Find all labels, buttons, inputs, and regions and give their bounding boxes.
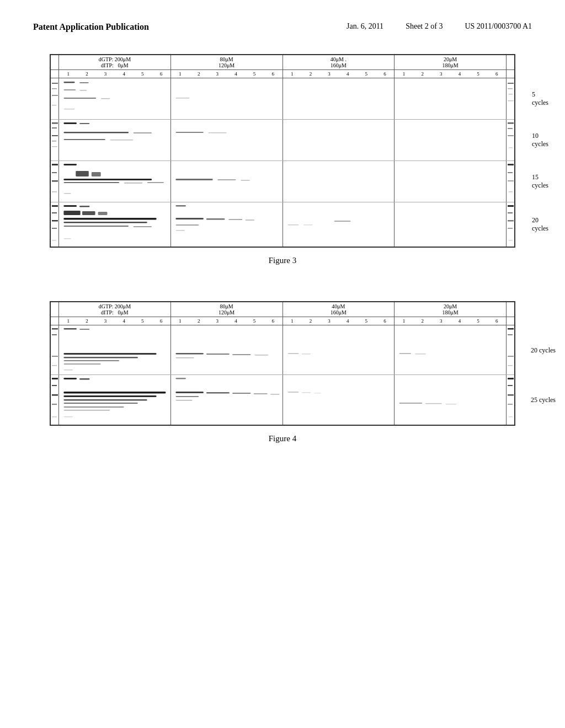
svg-rect-46 [217, 179, 236, 180]
fig3-r1-s3-bands [283, 78, 395, 119]
svg-rect-132 [425, 403, 442, 404]
svg-rect-137 [508, 404, 513, 405]
fig3-r3-right-markers [507, 161, 515, 202]
svg-rect-118 [63, 410, 110, 411]
fig4-lanes-s2: 123456 [171, 317, 283, 325]
svg-rect-131 [399, 403, 423, 404]
svg-rect-55 [52, 228, 57, 229]
svg-rect-51 [509, 191, 513, 192]
svg-rect-29 [508, 122, 514, 124]
svg-rect-138 [509, 416, 513, 417]
fig4-s3-ditp: 160μM [284, 309, 393, 315]
svg-rect-59 [63, 211, 80, 215]
svg-rect-98 [287, 353, 299, 354]
fig3-s2-dgtp: 80μM [172, 56, 281, 62]
svg-rect-83 [52, 334, 57, 335]
fig3-r4-s2-bands [171, 202, 282, 247]
fig4-r1-s4-bands [395, 325, 506, 374]
svg-rect-30 [508, 128, 513, 129]
svg-rect-49 [508, 172, 513, 173]
fig4-r1-left-markers [51, 325, 59, 375]
fig4-r1-right-markers [507, 325, 515, 375]
svg-rect-38 [76, 171, 89, 176]
svg-rect-81 [509, 240, 513, 241]
svg-rect-43 [147, 182, 164, 183]
fig3-lanes-s3: 123456 [283, 70, 395, 78]
svg-rect-61 [98, 212, 108, 215]
svg-rect-133 [446, 404, 457, 405]
fig3-r4-right-markers [507, 202, 515, 247]
svg-rect-36 [52, 191, 57, 192]
svg-rect-44 [63, 193, 71, 194]
svg-rect-67 [175, 205, 185, 207]
svg-rect-96 [254, 355, 268, 356]
svg-rect-108 [52, 394, 58, 396]
page-header: Patent Application Publication Jan. 6, 2… [33, 22, 532, 32]
fig3-r3-s3-bands [283, 161, 395, 202]
svg-rect-71 [245, 220, 254, 221]
svg-rect-117 [63, 406, 124, 408]
fig3-r2-s1-bands [59, 120, 170, 160]
svg-rect-86 [63, 328, 77, 330]
svg-rect-32 [509, 147, 513, 148]
svg-rect-112 [79, 378, 89, 380]
svg-rect-31 [508, 135, 514, 136]
svg-rect-45 [175, 179, 212, 180]
svg-rect-110 [52, 416, 57, 417]
fig3-r2-cycle-label: 10cycles [532, 132, 548, 148]
svg-rect-14 [509, 94, 513, 95]
fig3-r3-s2-bands [171, 161, 282, 202]
fig4-s4-dgtp: 20μM [396, 303, 505, 309]
svg-rect-72 [175, 224, 199, 226]
svg-rect-47 [241, 180, 250, 181]
svg-rect-100 [399, 353, 412, 354]
svg-rect-52 [52, 205, 58, 207]
fig3-s1-ditp: dITP: 0μM [60, 62, 169, 68]
svg-rect-106 [52, 378, 58, 379]
svg-rect-27 [175, 132, 203, 133]
svg-rect-15 [508, 100, 514, 101]
svg-rect-17 [52, 127, 57, 129]
svg-rect-82 [52, 328, 58, 330]
svg-rect-69 [206, 218, 225, 220]
fig4-r1-s2-bands [171, 325, 282, 374]
svg-rect-97 [175, 357, 194, 358]
svg-rect-102 [508, 328, 514, 330]
fig3-r3-cycle-label: 15cycles [532, 173, 548, 190]
svg-rect-115 [63, 399, 147, 401]
svg-rect-120 [175, 378, 185, 379]
fig4-r1-cycle-label: 20 cycles [531, 346, 556, 354]
svg-rect-135 [508, 385, 513, 386]
svg-rect-19 [52, 141, 56, 142]
svg-rect-33 [52, 164, 58, 165]
svg-rect-62 [63, 218, 156, 220]
svg-rect-35 [52, 180, 58, 182]
svg-rect-28 [208, 132, 227, 133]
svg-rect-9 [101, 98, 110, 99]
svg-rect-23 [63, 132, 129, 133]
fig3-s4-ditp: 180μM [396, 62, 505, 68]
fig4-r2-s2-bands [171, 375, 282, 425]
svg-rect-119 [63, 416, 73, 417]
fig3-lanes-s2: 123456 [171, 70, 283, 78]
fig3-r3-left-markers [51, 161, 59, 202]
fig4-r2-s3-bands [283, 375, 395, 425]
fig3-lanes-s1: 123456 [59, 70, 171, 78]
fig3-s3-dgtp: 40μM . [284, 56, 393, 62]
fig3-r1-s2-bands [171, 78, 282, 119]
fig3-r2-right-markers [507, 120, 515, 161]
svg-rect-84 [52, 356, 58, 357]
svg-rect-107 [52, 385, 57, 386]
svg-rect-13 [508, 88, 513, 89]
svg-rect-89 [63, 357, 138, 358]
fig4-r2-right-markers [507, 375, 515, 425]
fig3-r1-left-markers [51, 78, 59, 120]
svg-rect-4 [63, 82, 74, 83]
svg-rect-114 [63, 395, 156, 397]
svg-rect-0 [52, 83, 58, 84]
fig3-r1-s4-bands [395, 78, 506, 119]
sheet-number: Sheet 2 of 3 [406, 22, 443, 31]
svg-rect-5 [79, 82, 89, 83]
page: Patent Application Publication Jan. 6, 2… [0, 0, 565, 728]
svg-rect-95 [232, 354, 251, 355]
